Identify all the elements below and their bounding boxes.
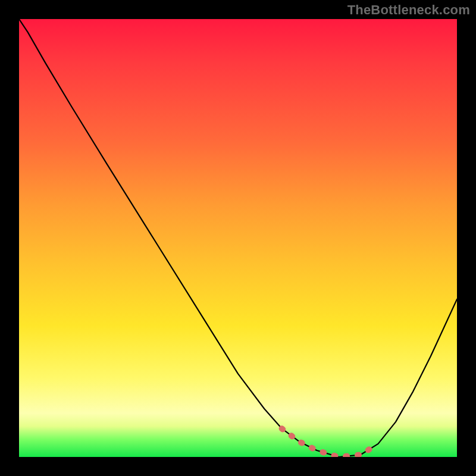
chart-frame: TheBottleneck.com — [0, 0, 476, 476]
plot-area — [19, 19, 457, 457]
watermark-text: TheBottleneck.com — [347, 2, 470, 18]
chart-svg — [19, 19, 457, 457]
bottleneck-curve — [19, 19, 457, 457]
